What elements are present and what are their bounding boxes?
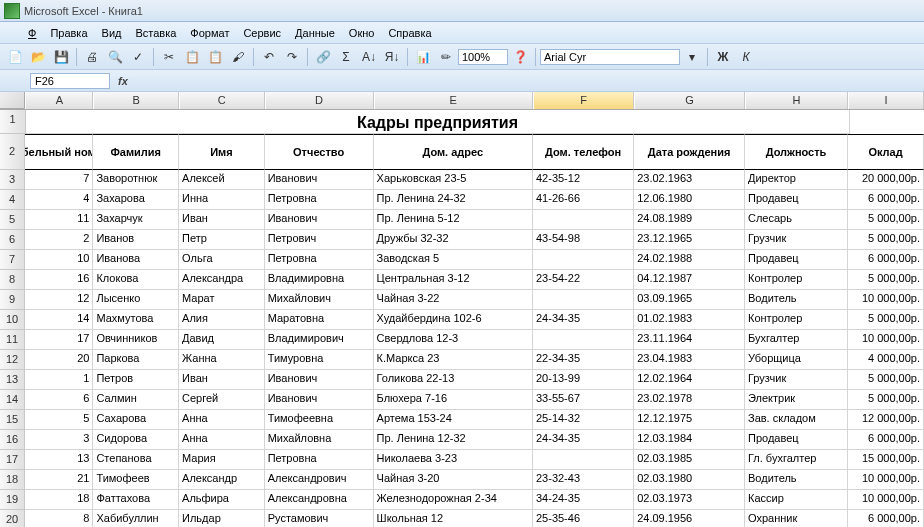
cell-tabnum[interactable]: 6 xyxy=(25,390,93,410)
cell-address[interactable]: Николаева 3-23 xyxy=(374,450,533,470)
cell-lastname[interactable]: Сидорова xyxy=(93,430,179,450)
excel-menu-icon[interactable] xyxy=(6,26,20,40)
row-header[interactable]: 19 xyxy=(0,490,25,510)
cell-tabnum[interactable]: 17 xyxy=(25,330,93,350)
cell-tabnum[interactable]: 1 xyxy=(25,370,93,390)
cell-address[interactable]: Чайная 3-22 xyxy=(374,290,533,310)
cell-lastname[interactable]: Захарчук xyxy=(93,210,179,230)
cell-salary[interactable]: 10 000,00р. xyxy=(848,330,924,350)
cell-phone[interactable]: 23-32-43 xyxy=(533,470,634,490)
cell-patronymic[interactable]: Иванович xyxy=(265,170,374,190)
cell-birth[interactable]: 24.02.1988 xyxy=(634,250,745,270)
cell-phone[interactable]: 41-26-66 xyxy=(533,190,634,210)
cell-position[interactable]: Продавец xyxy=(745,430,848,450)
copy-icon[interactable]: 📋 xyxy=(181,46,203,68)
cell-phone[interactable]: 24-34-35 xyxy=(533,310,634,330)
cell-tabnum[interactable]: 4 xyxy=(25,190,93,210)
cell-firstname[interactable]: Анна xyxy=(179,430,265,450)
cell-birth[interactable]: 23.11.1964 xyxy=(634,330,745,350)
cell-phone[interactable]: 33-55-67 xyxy=(533,390,634,410)
cell-address[interactable]: Школьная 12 xyxy=(374,510,533,527)
cell-phone[interactable] xyxy=(533,330,634,350)
cell-salary[interactable]: 20 000,00р. xyxy=(848,170,924,190)
cell-lastname[interactable]: Тимофеев xyxy=(93,470,179,490)
cell-salary[interactable]: 5 000,00р. xyxy=(848,370,924,390)
cell-address[interactable]: Артема 153-24 xyxy=(374,410,533,430)
cell-address[interactable]: Харьковская 23-5 xyxy=(374,170,533,190)
cell-position[interactable]: Гл. бухгалтер xyxy=(745,450,848,470)
cell-birth[interactable]: 12.12.1975 xyxy=(634,410,745,430)
cell-tabnum[interactable]: 12 xyxy=(25,290,93,310)
cell-salary[interactable]: 4 000,00р. xyxy=(848,350,924,370)
cell-patronymic[interactable]: Александровна xyxy=(265,490,374,510)
save-icon[interactable]: 💾 xyxy=(50,46,72,68)
header-lastname[interactable]: Фамилия xyxy=(93,134,179,170)
cell-salary[interactable]: 15 000,00р. xyxy=(848,450,924,470)
row-header[interactable]: 1 xyxy=(0,110,26,134)
cell-lastname[interactable]: Паркова xyxy=(93,350,179,370)
chart-icon[interactable]: 📊 xyxy=(412,46,434,68)
cell-phone[interactable]: 25-14-32 xyxy=(533,410,634,430)
cell-patronymic[interactable]: Михайловна xyxy=(265,430,374,450)
drawing-icon[interactable]: ✏ xyxy=(435,46,457,68)
row-header[interactable]: 20 xyxy=(0,510,25,527)
cell-firstname[interactable]: Алексей xyxy=(179,170,265,190)
new-icon[interactable]: 📄 xyxy=(4,46,26,68)
cell-position[interactable]: Директор xyxy=(745,170,848,190)
undo-icon[interactable]: ↶ xyxy=(258,46,280,68)
header-birth[interactable]: Дата рождения xyxy=(634,134,745,170)
cell-position[interactable]: Бухгалтер xyxy=(745,330,848,350)
menu-data[interactable]: Данные xyxy=(289,25,341,41)
cell-lastname[interactable]: Заворотнюк xyxy=(93,170,179,190)
cell-firstname[interactable]: Александра xyxy=(179,270,265,290)
row-header[interactable]: 11 xyxy=(0,330,25,350)
cell-tabnum[interactable]: 13 xyxy=(25,450,93,470)
cell-address[interactable]: Свердлова 12-3 xyxy=(374,330,533,350)
cell-birth[interactable]: 12.06.1980 xyxy=(634,190,745,210)
cell-tabnum[interactable]: 16 xyxy=(25,270,93,290)
autosum-icon[interactable]: Σ xyxy=(335,46,357,68)
cell-phone[interactable] xyxy=(533,290,634,310)
cell-birth[interactable]: 24.08.1989 xyxy=(634,210,745,230)
cell-address[interactable]: Голикова 22-13 xyxy=(374,370,533,390)
cell-patronymic[interactable]: Рустамович xyxy=(265,510,374,527)
cell-birth[interactable]: 12.02.1964 xyxy=(634,370,745,390)
cell-position[interactable]: Контролер xyxy=(745,270,848,290)
col-header-c[interactable]: C xyxy=(179,92,265,109)
cell-firstname[interactable]: Сергей xyxy=(179,390,265,410)
row-header[interactable]: 13 xyxy=(0,370,25,390)
cell-lastname[interactable]: Салмин xyxy=(93,390,179,410)
print-icon[interactable]: 🖨 xyxy=(81,46,103,68)
cell-tabnum[interactable]: 18 xyxy=(25,490,93,510)
cell-patronymic[interactable]: Маратовна xyxy=(265,310,374,330)
col-header-i[interactable]: I xyxy=(848,92,924,109)
cell-salary[interactable]: 10 000,00р. xyxy=(848,470,924,490)
cell-salary[interactable]: 6 000,00р. xyxy=(848,430,924,450)
cell-lastname[interactable]: Клокова xyxy=(93,270,179,290)
cell-salary[interactable]: 5 000,00р. xyxy=(848,310,924,330)
cell-firstname[interactable]: Александр xyxy=(179,470,265,490)
zoom-select[interactable]: 100% xyxy=(458,49,508,65)
cell-address[interactable]: Пр. Ленина 5-12 xyxy=(374,210,533,230)
cell-position[interactable]: Контролер xyxy=(745,310,848,330)
name-box[interactable]: F26 xyxy=(30,73,110,89)
header-tabnum[interactable]: Табельный номер xyxy=(25,134,93,170)
cell-firstname[interactable]: Мария xyxy=(179,450,265,470)
cell-patronymic[interactable]: Петровна xyxy=(265,450,374,470)
header-firstname[interactable]: Имя xyxy=(179,134,265,170)
cell-firstname[interactable]: Ильдар xyxy=(179,510,265,527)
menu-window[interactable]: Окно xyxy=(343,25,381,41)
cell-patronymic[interactable]: Иванович xyxy=(265,210,374,230)
cell-patronymic[interactable]: Петрович xyxy=(265,230,374,250)
cell-firstname[interactable]: Давид xyxy=(179,330,265,350)
cell-firstname[interactable]: Иван xyxy=(179,210,265,230)
open-icon[interactable]: 📂 xyxy=(27,46,49,68)
cell-patronymic[interactable]: Иванович xyxy=(265,390,374,410)
sort-desc-icon[interactable]: Я↓ xyxy=(381,46,403,68)
cell-tabnum[interactable]: 21 xyxy=(25,470,93,490)
cell-position[interactable]: Кассир xyxy=(745,490,848,510)
cell-firstname[interactable]: Инна xyxy=(179,190,265,210)
cell-position[interactable]: Водитель xyxy=(745,290,848,310)
cell-phone[interactable] xyxy=(533,450,634,470)
cell-birth[interactable]: 12.03.1984 xyxy=(634,430,745,450)
